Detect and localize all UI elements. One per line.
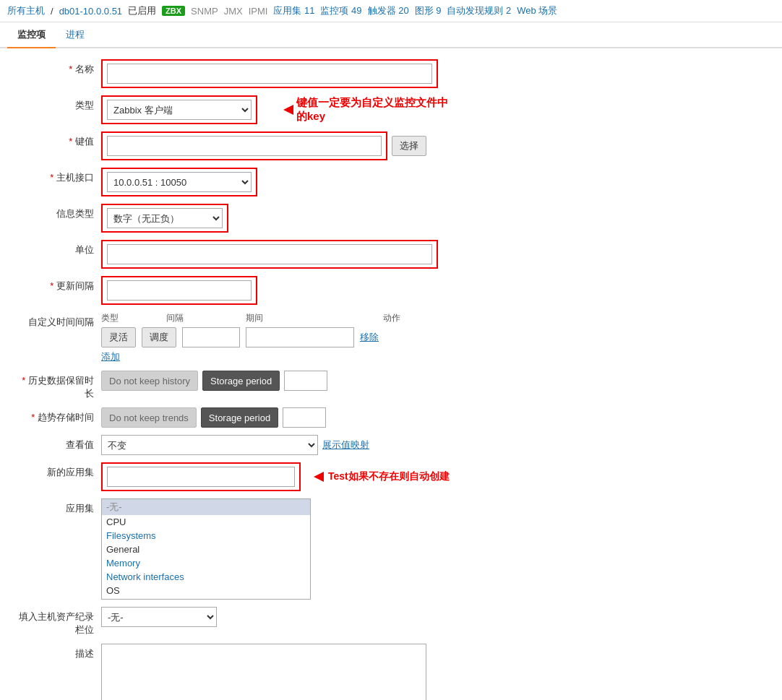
type-field: Zabbix 客户端 键值一定要为自定义监控文件中 的key: [101, 95, 636, 124]
update-interval-red-box: 10s: [101, 276, 257, 305]
interval-value-input[interactable]: 50s: [182, 327, 240, 347]
nav-host[interactable]: db01-10.0.0.51: [59, 6, 122, 17]
type-red-box: Zabbix 客户端: [101, 95, 257, 124]
interface-row: * 主机接口 10.0.0.51 : 10050: [14, 168, 636, 196]
interval-add-row: 添加: [101, 350, 426, 363]
history-label: * 历史数据保留时长: [14, 371, 101, 400]
app-annotation-text: Test如果不存在则自动创建: [328, 470, 450, 483]
app-list-item-1[interactable]: CPU: [102, 515, 310, 529]
asset-select[interactable]: -无-: [101, 607, 217, 627]
type-label: 类型: [14, 95, 101, 112]
nav-monitors[interactable]: 监控项 49: [320, 4, 361, 17]
app-list-label: 应用集: [14, 498, 101, 515]
interface-red-box: 10.0.0.51 : 10050: [101, 168, 257, 196]
badge-ipmi: IPMI: [249, 6, 268, 17]
app-list-item-0[interactable]: -无-: [102, 499, 310, 515]
name-field: 登录用户数量: [101, 59, 636, 88]
interval-col-type: 类型: [101, 312, 159, 324]
form-container: * 名称 登录用户数量 类型 Zabbix 客户端 键值一定要为自定义监控文件中…: [0, 48, 650, 700]
app-annotation: Test如果不存在则自动创建: [314, 470, 450, 483]
valuemap-select[interactable]: 不变: [101, 435, 318, 455]
nav-graphs[interactable]: 图形 9: [415, 4, 442, 17]
infotype-select[interactable]: 数字（无正负）: [107, 208, 223, 228]
trends-label: * 趋势存储时间: [14, 407, 101, 424]
update-interval-field: 10s: [101, 276, 636, 305]
valuemap-field: 不变 展示值映射: [101, 435, 636, 455]
trends-storage-row: Do not keep trends Storage period 365d: [101, 407, 326, 428]
custom-interval-field: 类型 间隔 期间 动作 灵活 调度 50s 1-7,00:00-24:00 移除…: [101, 312, 636, 363]
app-list-item-2[interactable]: Filesystems: [102, 529, 310, 543]
update-interval-label: * 更新间隔: [14, 276, 101, 293]
interval-type-btn[interactable]: 灵活: [101, 327, 136, 347]
infotype-label: 信息类型: [14, 204, 101, 220]
app-list[interactable]: -无-CPUFilesystemsGeneralMemoryNetwork in…: [101, 498, 311, 600]
annotation-key-text: 键值一定要为自定义监控文件中 的key: [296, 96, 448, 124]
name-row: * 名称 登录用户数量: [14, 59, 636, 88]
nav-web[interactable]: Web 场景: [517, 4, 557, 17]
unit-input[interactable]: 个: [107, 244, 432, 264]
name-label: * 名称: [14, 59, 101, 76]
app-list-item-3[interactable]: General: [102, 543, 310, 556]
nav-all-hosts[interactable]: 所有主机: [7, 4, 45, 17]
desc-field: [101, 644, 636, 700]
infotype-field: 数字（无正负）: [101, 204, 636, 233]
desc-textarea[interactable]: [101, 644, 426, 700]
history-field: Do not keep history Storage period 90d: [101, 371, 636, 391]
interval-remove-link[interactable]: 移除: [360, 331, 379, 344]
app-list-item-4[interactable]: Memory: [102, 556, 310, 570]
asset-row: 填入主机资产纪录栏位 -无-: [14, 607, 636, 636]
tab-process[interactable]: 进程: [56, 22, 95, 48]
unit-label: 单位: [14, 240, 101, 256]
custom-interval-row: 自定义时间间隔 类型 间隔 期间 动作 灵活 调度 50s 1-7,00:00-…: [14, 312, 636, 363]
update-interval-input[interactable]: 10s: [107, 280, 252, 301]
name-red-box: 登录用户数量: [101, 59, 438, 88]
nav-enabled: 已启用: [128, 4, 156, 17]
nav-sep1: /: [51, 6, 53, 17]
app-list-item-5[interactable]: Network interfaces: [102, 570, 310, 584]
key-input[interactable]: login_usernumber: [107, 136, 382, 156]
history-nokeep-btn[interactable]: Do not keep history: [101, 371, 198, 391]
update-interval-row: * 更新间隔 10s: [14, 276, 636, 305]
interval-adjust-btn[interactable]: 调度: [142, 327, 176, 347]
valuemap-link[interactable]: 展示值映射: [322, 438, 369, 451]
key-red-box: login_usernumber: [101, 131, 387, 160]
new-app-red-box: Test: [101, 462, 301, 491]
new-app-label: 新的应用集: [14, 462, 101, 479]
type-select[interactable]: Zabbix 客户端: [107, 100, 252, 120]
type-row: 类型 Zabbix 客户端 键值一定要为自定义监控文件中 的key: [14, 95, 636, 124]
custom-interval-content: 类型 间隔 期间 动作 灵活 调度 50s 1-7,00:00-24:00 移除…: [101, 312, 426, 363]
trends-value-input[interactable]: 365d: [283, 407, 326, 428]
app-list-field: -无-CPUFilesystemsGeneralMemoryNetwork in…: [101, 498, 636, 600]
unit-row: 单位 个: [14, 240, 636, 269]
interval-col-action: 动作: [383, 312, 426, 324]
app-list-item-6[interactable]: OS: [102, 584, 310, 597]
app-list-item-7[interactable]: Performance: [102, 597, 310, 600]
key-select-button[interactable]: 选择: [392, 136, 426, 156]
interval-add-link[interactable]: 添加: [101, 351, 120, 362]
nav-apps[interactable]: 应用集 11: [273, 4, 314, 17]
tab-bar: 监控项 进程: [0, 22, 782, 48]
history-storage-btn[interactable]: Storage period: [202, 371, 280, 391]
valuemap-row: 查看值 不变 展示值映射: [14, 435, 636, 455]
asset-field: -无-: [101, 607, 636, 627]
infotype-red-box: 数字（无正负）: [101, 204, 228, 233]
interval-headers: 类型 间隔 期间 动作: [101, 312, 426, 324]
trends-row: * 趋势存储时间 Do not keep trends Storage peri…: [14, 407, 636, 428]
interface-label: * 主机接口: [14, 168, 101, 184]
unit-field: 个: [101, 240, 636, 269]
valuemap-label: 查看值: [14, 435, 101, 451]
history-value-input[interactable]: 90d: [284, 371, 327, 391]
key-row: * 键值 login_usernumber 选择: [14, 131, 636, 160]
interface-select[interactable]: 10.0.0.51 : 10050: [107, 172, 252, 192]
nav-discovery[interactable]: 自动发现规则 2: [447, 4, 511, 17]
key-annotation: 键值一定要为自定义监控文件中 的key: [283, 96, 448, 124]
trends-nokeep-btn[interactable]: Do not keep trends: [101, 407, 197, 428]
tab-monitors[interactable]: 监控项: [7, 22, 56, 48]
history-storage-row: Do not keep history Storage period 90d: [101, 371, 327, 391]
app-list-row: 应用集 -无-CPUFilesystemsGeneralMemoryNetwor…: [14, 498, 636, 600]
interval-period-input[interactable]: 1-7,00:00-24:00: [246, 327, 354, 347]
nav-triggers[interactable]: 触发器 20: [368, 4, 409, 17]
trends-storage-btn[interactable]: Storage period: [201, 407, 278, 428]
new-app-input[interactable]: Test: [107, 467, 295, 487]
name-input[interactable]: 登录用户数量: [107, 64, 432, 84]
